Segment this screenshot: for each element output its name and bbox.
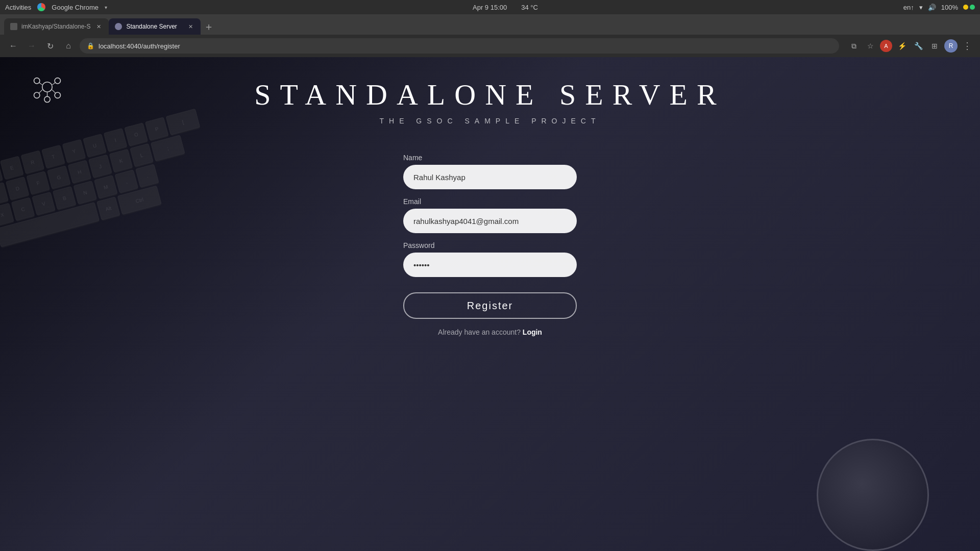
os-bar: Activities Google Chrome ▾ Apr 9 15:00 3…: [0, 0, 980, 14]
reload-button[interactable]: ↻: [43, 39, 57, 53]
weather: 34 °C: [521, 4, 538, 11]
register-button[interactable]: Register: [403, 292, 577, 319]
extension2-icon[interactable]: ⚡: [895, 39, 909, 53]
battery-indicator: 100%: [941, 4, 958, 11]
home-button[interactable]: ⌂: [61, 39, 76, 53]
cup-decoration: [796, 398, 939, 551]
indicator-dots: [963, 5, 975, 10]
lock-icon: 🔒: [87, 42, 94, 49]
tab2-close[interactable]: ✕: [186, 22, 194, 31]
browser-label[interactable]: Google Chrome: [52, 4, 99, 11]
app-subtitle: THE GSOC SAMPLE PROJECT: [379, 117, 600, 125]
register-form: Name Email Password Register Already hav…: [403, 145, 577, 336]
extensions-manage-icon[interactable]: ⊞: [928, 39, 941, 53]
browser-dropdown-icon[interactable]: ▾: [105, 5, 107, 10]
extension3-icon[interactable]: 🔧: [912, 39, 925, 53]
os-bar-center: Apr 9 15:00 34 °C: [473, 4, 538, 11]
password-input[interactable]: [403, 253, 577, 277]
webpage: Tab QWE RTY UIO P[ Caps ASD FGH JKL ; Sh…: [0, 57, 980, 551]
wifi-icon: ▾: [919, 4, 923, 11]
tab1-favicon: [10, 23, 17, 30]
login-link[interactable]: Login: [523, 328, 542, 336]
address-bar[interactable]: 🔒 localhost:4040/auth/register: [80, 38, 839, 54]
activities-label[interactable]: Activities: [5, 4, 31, 11]
main-content: STANDALONE SERVER THE GSOC SAMPLE PROJEC…: [0, 57, 980, 336]
already-account-text: Already have an account?: [438, 328, 521, 336]
tab2-favicon: [115, 23, 122, 30]
tab1-label: imKashyap/Standalone-S: [21, 23, 90, 30]
email-label: Email: [403, 197, 577, 206]
name-input[interactable]: [403, 165, 577, 189]
app-title: STANDALONE SERVER: [254, 78, 725, 112]
address-text: localhost:4040/auth/register: [99, 42, 180, 50]
chrome-icon: [37, 3, 45, 11]
back-button[interactable]: ←: [6, 39, 20, 53]
forward-button[interactable]: →: [24, 39, 39, 53]
password-label: Password: [403, 241, 577, 249]
name-label: Name: [403, 154, 577, 162]
profile-red[interactable]: A: [880, 40, 892, 52]
os-bar-right: en↑ ▾ 🔊 100%: [903, 4, 975, 11]
tab-2[interactable]: Standalone Server ✕: [109, 18, 201, 35]
email-input[interactable]: [403, 209, 577, 233]
browser-tabs-bar: imKashyap/Standalone-S ✕ Standalone Serv…: [0, 14, 980, 35]
login-prompt: Already have an account? Login: [403, 328, 577, 336]
new-tab-button[interactable]: ＋: [201, 18, 217, 35]
os-bar-left: Activities Google Chrome ▾: [5, 3, 107, 11]
browser-nav-bar: ← → ↻ ⌂ 🔒 localhost:4040/auth/register ⧉…: [0, 35, 980, 57]
nav-right-icons: ⧉ ☆ A ⚡ 🔧 ⊞ R ⋮: [847, 39, 974, 53]
tab1-close[interactable]: ✕: [94, 22, 103, 31]
profile-avatar[interactable]: R: [944, 39, 958, 53]
bookmark-icon[interactable]: ☆: [864, 39, 877, 53]
language-indicator[interactable]: en↑: [903, 4, 914, 11]
volume-icon: 🔊: [928, 4, 936, 11]
tab-1[interactable]: imKashyap/Standalone-S ✕: [4, 18, 109, 35]
datetime: Apr 9 15:00: [473, 4, 507, 11]
tab2-label: Standalone Server: [126, 23, 177, 30]
menu-icon[interactable]: ⋮: [961, 39, 974, 53]
extensions-icon[interactable]: ⧉: [847, 39, 861, 53]
